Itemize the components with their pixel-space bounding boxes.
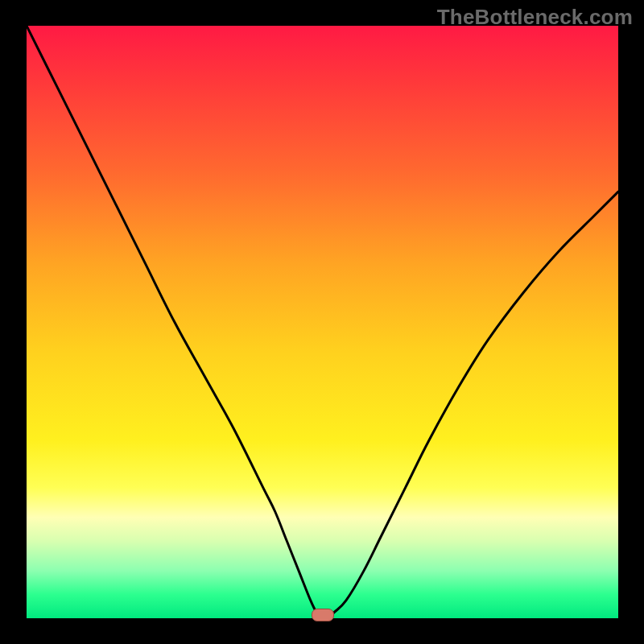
- chart-frame: TheBottleneck.com: [0, 0, 644, 644]
- optimal-marker: [312, 609, 334, 621]
- bottleneck-curve: [27, 26, 618, 618]
- watermark-text: TheBottleneck.com: [437, 5, 633, 30]
- plot-area: [27, 26, 618, 618]
